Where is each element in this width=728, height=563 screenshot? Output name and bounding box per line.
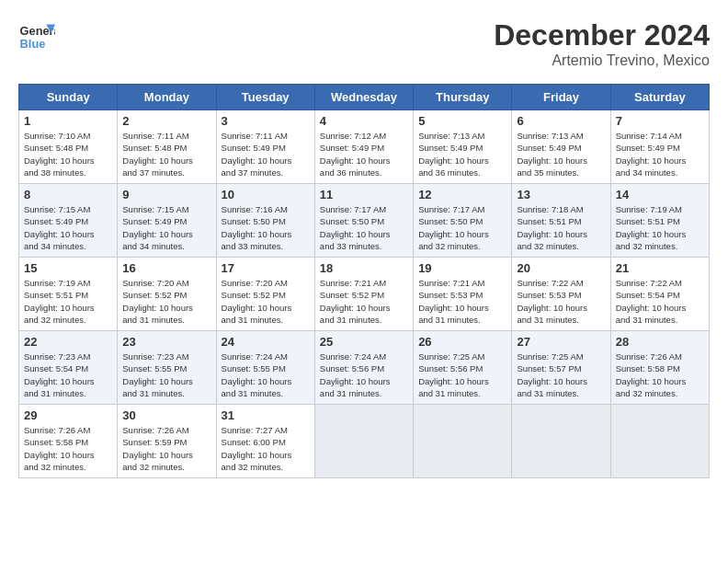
day-info: Sunrise: 7:18 AM Sunset: 5:51 PM Dayligh… [517, 203, 605, 252]
calendar-cell [610, 405, 709, 478]
day-number: 25 [320, 335, 408, 349]
title-block: December 2024 Artemio Trevino, Mexico [494, 18, 710, 69]
calendar-cell [314, 405, 413, 478]
weekday-header-saturday: Saturday [610, 85, 709, 110]
calendar-cell: 23Sunrise: 7:23 AM Sunset: 5:55 PM Dayli… [118, 331, 216, 405]
day-info: Sunrise: 7:25 AM Sunset: 5:56 PM Dayligh… [418, 350, 506, 399]
day-number: 14 [616, 188, 704, 201]
day-number: 4 [320, 114, 408, 128]
day-info: Sunrise: 7:14 AM Sunset: 5:49 PM Dayligh… [616, 130, 704, 178]
day-info: Sunrise: 7:20 AM Sunset: 5:52 PM Dayligh… [122, 277, 210, 326]
svg-text:Blue: Blue [20, 37, 46, 51]
calendar-cell: 28Sunrise: 7:26 AM Sunset: 5:58 PM Dayli… [610, 331, 709, 405]
day-number: 21 [616, 261, 704, 275]
logo-icon: General Blue [18, 18, 55, 55]
calendar-week-5: 29Sunrise: 7:26 AM Sunset: 5:58 PM Dayli… [19, 405, 710, 478]
calendar-cell: 4Sunrise: 7:12 AM Sunset: 5:49 PM Daylig… [314, 110, 413, 184]
day-number: 26 [418, 335, 506, 349]
day-info: Sunrise: 7:26 AM Sunset: 5:58 PM Dayligh… [24, 424, 112, 473]
calendar-cell: 17Sunrise: 7:20 AM Sunset: 5:52 PM Dayli… [216, 258, 314, 331]
calendar-cell: 31Sunrise: 7:27 AM Sunset: 6:00 PM Dayli… [216, 405, 314, 478]
calendar-cell: 21Sunrise: 7:22 AM Sunset: 5:54 PM Dayli… [610, 258, 709, 331]
calendar-cell: 24Sunrise: 7:24 AM Sunset: 5:55 PM Dayli… [216, 331, 314, 405]
calendar-cell: 15Sunrise: 7:19 AM Sunset: 5:51 PM Dayli… [19, 258, 118, 331]
calendar-cell: 13Sunrise: 7:18 AM Sunset: 5:51 PM Dayli… [512, 184, 610, 258]
day-info: Sunrise: 7:20 AM Sunset: 5:52 PM Dayligh… [222, 277, 310, 326]
day-info: Sunrise: 7:21 AM Sunset: 5:52 PM Dayligh… [320, 277, 408, 326]
calendar-cell: 6Sunrise: 7:13 AM Sunset: 5:49 PM Daylig… [512, 110, 610, 184]
day-number: 9 [122, 188, 210, 201]
calendar-cell: 2Sunrise: 7:11 AM Sunset: 5:48 PM Daylig… [118, 110, 216, 184]
calendar-cell [414, 405, 512, 478]
weekday-header-thursday: Thursday [414, 85, 512, 110]
day-number: 6 [517, 114, 605, 128]
day-info: Sunrise: 7:10 AM Sunset: 5:48 PM Dayligh… [24, 130, 112, 178]
calendar-cell: 3Sunrise: 7:11 AM Sunset: 5:49 PM Daylig… [216, 110, 314, 184]
day-info: Sunrise: 7:26 AM Sunset: 5:58 PM Dayligh… [616, 350, 704, 399]
day-info: Sunrise: 7:26 AM Sunset: 5:59 PM Dayligh… [122, 424, 210, 473]
day-info: Sunrise: 7:16 AM Sunset: 5:50 PM Dayligh… [222, 203, 310, 252]
day-number: 19 [418, 261, 506, 275]
day-info: Sunrise: 7:22 AM Sunset: 5:54 PM Dayligh… [616, 277, 704, 326]
day-info: Sunrise: 7:19 AM Sunset: 5:51 PM Dayligh… [616, 203, 704, 252]
calendar-week-3: 15Sunrise: 7:19 AM Sunset: 5:51 PM Dayli… [19, 258, 710, 331]
calendar-cell: 8Sunrise: 7:15 AM Sunset: 5:49 PM Daylig… [19, 184, 118, 258]
day-number: 20 [517, 261, 605, 275]
calendar-cell: 7Sunrise: 7:14 AM Sunset: 5:49 PM Daylig… [610, 110, 709, 184]
day-number: 30 [122, 408, 210, 422]
day-number: 24 [222, 335, 310, 349]
day-info: Sunrise: 7:23 AM Sunset: 5:55 PM Dayligh… [122, 350, 210, 399]
month-title: December 2024 [494, 18, 710, 52]
calendar-cell: 27Sunrise: 7:25 AM Sunset: 5:57 PM Dayli… [512, 331, 610, 405]
day-info: Sunrise: 7:27 AM Sunset: 6:00 PM Dayligh… [222, 424, 310, 473]
calendar-week-1: 1Sunrise: 7:10 AM Sunset: 5:48 PM Daylig… [19, 110, 710, 184]
day-info: Sunrise: 7:23 AM Sunset: 5:54 PM Dayligh… [24, 350, 112, 399]
day-number: 27 [517, 335, 605, 349]
calendar-cell: 11Sunrise: 7:17 AM Sunset: 5:50 PM Dayli… [314, 184, 413, 258]
day-info: Sunrise: 7:11 AM Sunset: 5:49 PM Dayligh… [222, 130, 310, 178]
day-number: 2 [122, 114, 210, 128]
day-number: 22 [24, 335, 112, 349]
day-number: 3 [222, 114, 310, 128]
weekday-header-wednesday: Wednesday [314, 85, 413, 110]
calendar-cell: 22Sunrise: 7:23 AM Sunset: 5:54 PM Dayli… [19, 331, 118, 405]
day-number: 8 [24, 188, 112, 201]
weekday-header-monday: Monday [118, 85, 216, 110]
day-number: 18 [320, 261, 408, 275]
calendar-cell: 30Sunrise: 7:26 AM Sunset: 5:59 PM Dayli… [118, 405, 216, 478]
day-info: Sunrise: 7:17 AM Sunset: 5:50 PM Dayligh… [320, 203, 408, 252]
weekday-header-sunday: Sunday [19, 85, 118, 110]
day-number: 29 [24, 408, 112, 422]
calendar-cell: 14Sunrise: 7:19 AM Sunset: 5:51 PM Dayli… [610, 184, 709, 258]
page-header: General Blue December 2024 Artemio Trevi… [18, 18, 710, 69]
calendar-cell: 19Sunrise: 7:21 AM Sunset: 5:53 PM Dayli… [414, 258, 512, 331]
day-info: Sunrise: 7:24 AM Sunset: 5:56 PM Dayligh… [320, 350, 408, 399]
day-info: Sunrise: 7:25 AM Sunset: 5:57 PM Dayligh… [517, 350, 605, 399]
day-info: Sunrise: 7:13 AM Sunset: 5:49 PM Dayligh… [517, 130, 605, 178]
day-number: 11 [320, 188, 408, 201]
day-number: 17 [222, 261, 310, 275]
day-number: 23 [122, 335, 210, 349]
logo: General Blue [18, 18, 59, 55]
calendar-cell [512, 405, 610, 478]
calendar-cell: 20Sunrise: 7:22 AM Sunset: 5:53 PM Dayli… [512, 258, 610, 331]
day-number: 1 [24, 114, 112, 128]
calendar-week-2: 8Sunrise: 7:15 AM Sunset: 5:49 PM Daylig… [19, 184, 710, 258]
day-number: 28 [616, 335, 704, 349]
calendar-cell: 9Sunrise: 7:15 AM Sunset: 5:49 PM Daylig… [118, 184, 216, 258]
calendar-cell: 29Sunrise: 7:26 AM Sunset: 5:58 PM Dayli… [19, 405, 118, 478]
weekday-header-row: SundayMondayTuesdayWednesdayThursdayFrid… [19, 85, 710, 110]
day-info: Sunrise: 7:21 AM Sunset: 5:53 PM Dayligh… [418, 277, 506, 326]
day-number: 13 [517, 188, 605, 201]
calendar-cell: 25Sunrise: 7:24 AM Sunset: 5:56 PM Dayli… [314, 331, 413, 405]
calendar-cell: 26Sunrise: 7:25 AM Sunset: 5:56 PM Dayli… [414, 331, 512, 405]
day-info: Sunrise: 7:12 AM Sunset: 5:49 PM Dayligh… [320, 130, 408, 178]
calendar-body: 1Sunrise: 7:10 AM Sunset: 5:48 PM Daylig… [19, 110, 710, 478]
weekday-header-friday: Friday [512, 85, 610, 110]
calendar-cell: 1Sunrise: 7:10 AM Sunset: 5:48 PM Daylig… [19, 110, 118, 184]
day-number: 10 [222, 188, 310, 201]
calendar-cell: 5Sunrise: 7:13 AM Sunset: 5:49 PM Daylig… [414, 110, 512, 184]
day-info: Sunrise: 7:11 AM Sunset: 5:48 PM Dayligh… [122, 130, 210, 178]
day-number: 5 [418, 114, 506, 128]
day-info: Sunrise: 7:22 AM Sunset: 5:53 PM Dayligh… [517, 277, 605, 326]
